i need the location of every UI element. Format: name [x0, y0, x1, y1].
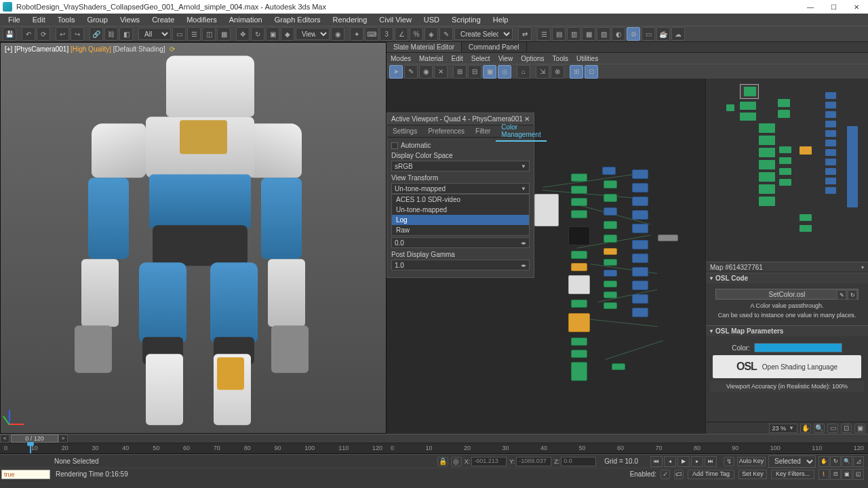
menu-grapheditors[interactable]: Graph Editors — [269, 14, 326, 25]
menu-file[interactable]: File — [3, 14, 26, 25]
vt-option-aces[interactable]: ACES 1.0 SDR-video — [392, 195, 529, 205]
menu-animation[interactable]: Animation — [224, 14, 268, 25]
align-icon[interactable]: ☰ — [537, 27, 551, 41]
z-coord-input[interactable]: 0.0 — [561, 457, 596, 466]
zoom-mag-icon[interactable]: 🔍 — [814, 424, 825, 433]
selection-filter[interactable]: All — [138, 28, 171, 40]
maximize-button[interactable]: ☐ — [822, 0, 845, 14]
layer-explorer-icon[interactable]: ▤ — [552, 27, 566, 41]
menu-usd[interactable]: USD — [418, 14, 445, 25]
move-icon[interactable]: ✥ — [236, 27, 250, 41]
automatic-checkbox[interactable]: Automatic — [391, 142, 530, 149]
sme-menu-view[interactable]: View — [498, 55, 513, 62]
zoom-dropdown[interactable]: 23 %▼ — [769, 424, 797, 433]
sme-nav-icon[interactable]: ⊞ — [570, 65, 583, 79]
sme-hide-icon[interactable]: ⊗ — [551, 65, 564, 79]
goto-end-icon[interactable]: ⏭ — [705, 456, 717, 467]
node-t[interactable] — [604, 259, 617, 266]
dialog-tab-preferences[interactable]: Preferences — [422, 125, 470, 137]
node-l[interactable] — [571, 362, 587, 381]
nav-zoomex-icon[interactable]: ▣ — [842, 469, 852, 480]
node-u[interactable] — [604, 270, 617, 277]
enabled-check-icon[interactable]: ✓ — [660, 470, 670, 479]
node-d[interactable] — [571, 210, 587, 218]
node-af[interactable] — [658, 235, 678, 241]
sme-menu-utilities[interactable]: Utilities — [576, 55, 598, 62]
node-i[interactable] — [568, 313, 590, 332]
sme-menu-options[interactable]: Options — [521, 55, 544, 62]
sme-layout-icon[interactable]: ⊞ — [453, 65, 467, 79]
node-ai[interactable] — [632, 267, 648, 277]
goto-start-icon[interactable]: ⏮ — [650, 456, 663, 467]
node-g[interactable] — [568, 275, 590, 294]
nav-pan-icon[interactable]: ✋ — [818, 456, 829, 467]
window-crossing-icon[interactable]: ▦ — [217, 27, 231, 41]
add-time-tag-button[interactable]: Add Time Tag — [688, 470, 734, 479]
sme-param-icon[interactable]: ⊡ — [585, 65, 598, 79]
render-cloud-icon[interactable]: ☁ — [671, 27, 685, 41]
menu-help[interactable]: Help — [488, 14, 514, 25]
zoom-extents-icon[interactable]: ⊡ — [841, 424, 852, 433]
node-ag[interactable] — [632, 240, 648, 249]
time-ruler[interactable]: 0102030405060708090100110120 01020304050… — [0, 443, 868, 454]
minimize-button[interactable]: — — [799, 0, 822, 14]
node-j[interactable] — [571, 338, 587, 346]
rollout-osl-params[interactable]: OSL Map Parameters — [706, 325, 868, 336]
sme-arrow-icon[interactable]: ➤ — [389, 65, 403, 79]
sme-menu-edit[interactable]: Edit — [452, 55, 463, 62]
play-marker-icon[interactable] — [30, 443, 31, 453]
snap-toggle-icon[interactable]: 3 — [380, 27, 393, 41]
node-m[interactable] — [602, 167, 616, 175]
vt-option-log[interactable]: Log — [392, 215, 529, 225]
viewport-label[interactable]: [+] [PhysCamera001] [High Quality] [Defa… — [5, 45, 175, 53]
node-v[interactable] — [604, 281, 617, 287]
node-p[interactable] — [604, 207, 617, 216]
undo-icon[interactable]: ↶ — [22, 27, 35, 41]
menu-group[interactable]: Group — [81, 14, 113, 25]
play-icon[interactable]: ▶ — [677, 456, 690, 467]
nav-max-icon[interactable]: ◱ — [853, 469, 864, 480]
key-selected-dropdown[interactable]: Selected — [768, 455, 816, 468]
toggle-ribbon-icon[interactable]: ▥ — [567, 27, 580, 41]
keyboard-shortcut-icon[interactable]: ⌨ — [365, 27, 378, 41]
menu-rendering[interactable]: Rendering — [328, 14, 373, 25]
node-ab[interactable] — [632, 183, 648, 192]
edit-osl-icon[interactable]: ✎ — [837, 290, 846, 300]
node-ak[interactable] — [632, 294, 648, 304]
undo-arrow-icon[interactable]: ↩ — [56, 27, 69, 41]
exposure-spinner[interactable]: 0.0◂▸ — [391, 237, 530, 248]
isolate-icon[interactable]: ◎ — [451, 457, 462, 466]
node-aa[interactable] — [632, 169, 648, 179]
sme-menu-select[interactable]: Select — [471, 55, 490, 62]
navigator-minimap[interactable] — [706, 79, 868, 262]
save-icon[interactable]: 💾 — [3, 27, 16, 41]
rollout-osl-code[interactable]: OSL Code — [706, 272, 868, 283]
sme-menu-material[interactable]: Material — [419, 55, 443, 62]
post-display-gamma-spinner[interactable]: 1.0◂▸ — [391, 260, 530, 270]
node-c[interactable] — [571, 198, 587, 206]
maxscript-mini-listener[interactable] — [1, 470, 50, 479]
nav-zoom-icon[interactable]: 🔍 — [842, 456, 852, 467]
vt-option-untone[interactable]: Un-tone-mapped — [392, 205, 529, 215]
redo-history-icon[interactable]: ⟳ — [37, 27, 50, 41]
bind-icon[interactable]: ◧ — [119, 27, 133, 41]
select-icon[interactable]: ▭ — [172, 27, 186, 41]
node-f[interactable] — [571, 263, 587, 271]
use-pivot-icon[interactable]: ◉ — [331, 27, 344, 41]
node-img[interactable] — [568, 226, 590, 245]
sme-delete-icon[interactable]: ✕ — [434, 65, 448, 79]
unlink-icon[interactable]: ⛓ — [104, 27, 118, 41]
angle-snap-icon[interactable]: ∠ — [395, 27, 408, 41]
node-ae[interactable] — [632, 224, 648, 233]
frame-slider[interactable]: < 0 / 120 > — [0, 434, 868, 443]
prev-frame-icon[interactable]: ◂ — [664, 456, 676, 467]
node-b[interactable] — [571, 186, 587, 194]
node-s[interactable] — [604, 248, 617, 255]
node-preview[interactable] — [534, 194, 559, 226]
mirror-icon[interactable]: ⇄ — [518, 27, 532, 41]
next-frame-icon[interactable]: ▸ — [691, 456, 703, 467]
tab-command-panel[interactable]: Command Panel — [462, 42, 526, 52]
sme-preview-icon[interactable]: ▣ — [483, 65, 496, 79]
nav-orbit-icon[interactable]: ↻ — [830, 456, 841, 467]
zoom-fit-icon[interactable]: ▣ — [854, 424, 865, 433]
